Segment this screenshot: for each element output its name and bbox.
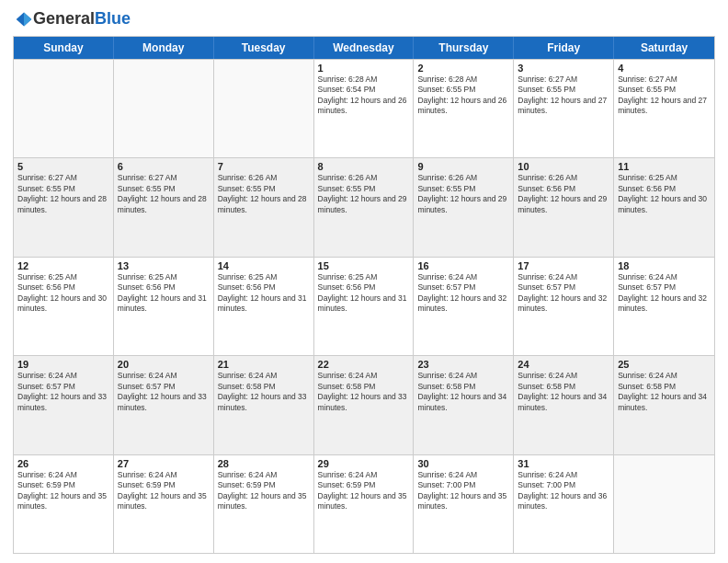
calendar-cell: 14Sunrise: 6:25 AM Sunset: 6:56 PM Dayli… bbox=[214, 258, 314, 355]
calendar-header-row: SundayMondayTuesdayWednesdayThursdayFrid… bbox=[14, 37, 714, 59]
calendar-header-cell: Tuesday bbox=[214, 37, 314, 59]
day-number: 23 bbox=[417, 359, 509, 370]
day-info: Sunrise: 6:24 AM Sunset: 6:59 PM Dayligh… bbox=[118, 470, 210, 512]
day-info: Sunrise: 6:25 AM Sunset: 6:56 PM Dayligh… bbox=[17, 272, 109, 315]
calendar-cell bbox=[114, 60, 214, 157]
day-info: Sunrise: 6:24 AM Sunset: 6:58 PM Dayligh… bbox=[618, 371, 711, 413]
logo-general: General bbox=[33, 9, 95, 29]
day-number: 8 bbox=[318, 161, 410, 172]
calendar-cell: 7Sunrise: 6:26 AM Sunset: 6:55 PM Daylig… bbox=[214, 158, 314, 256]
calendar-row: 1Sunrise: 6:28 AM Sunset: 6:54 PM Daylig… bbox=[14, 59, 714, 157]
calendar-cell: 1Sunrise: 6:28 AM Sunset: 6:54 PM Daylig… bbox=[314, 60, 415, 157]
day-number: 1 bbox=[318, 63, 410, 74]
page: General Blue SundayMondayTuesdayWednesda… bbox=[0, 0, 728, 563]
day-number: 4 bbox=[618, 63, 711, 74]
day-number: 25 bbox=[618, 359, 711, 370]
calendar-cell: 4Sunrise: 6:27 AM Sunset: 6:55 PM Daylig… bbox=[614, 60, 714, 157]
day-info: Sunrise: 6:24 AM Sunset: 7:00 PM Dayligh… bbox=[518, 470, 609, 512]
calendar-cell: 27Sunrise: 6:24 AM Sunset: 6:59 PM Dayli… bbox=[114, 455, 214, 553]
day-info: Sunrise: 6:26 AM Sunset: 6:55 PM Dayligh… bbox=[417, 173, 509, 215]
calendar-cell: 19Sunrise: 6:24 AM Sunset: 6:57 PM Dayli… bbox=[14, 356, 114, 454]
calendar-cell bbox=[14, 60, 114, 157]
calendar-cell: 28Sunrise: 6:24 AM Sunset: 6:59 PM Dayli… bbox=[214, 455, 314, 553]
day-number: 5 bbox=[17, 161, 109, 172]
day-number: 28 bbox=[218, 458, 310, 469]
calendar-cell: 21Sunrise: 6:24 AM Sunset: 6:58 PM Dayli… bbox=[214, 356, 314, 454]
day-number: 12 bbox=[17, 260, 109, 271]
day-info: Sunrise: 6:24 AM Sunset: 6:59 PM Dayligh… bbox=[218, 470, 310, 512]
calendar-cell: 26Sunrise: 6:24 AM Sunset: 6:59 PM Dayli… bbox=[14, 455, 114, 553]
day-info: Sunrise: 6:24 AM Sunset: 6:57 PM Dayligh… bbox=[618, 272, 711, 315]
calendar-cell: 29Sunrise: 6:24 AM Sunset: 6:59 PM Dayli… bbox=[314, 455, 415, 553]
calendar-row: 26Sunrise: 6:24 AM Sunset: 6:59 PM Dayli… bbox=[14, 454, 714, 553]
day-info: Sunrise: 6:24 AM Sunset: 6:58 PM Dayligh… bbox=[518, 371, 609, 413]
calendar-cell: 22Sunrise: 6:24 AM Sunset: 6:58 PM Dayli… bbox=[314, 356, 415, 454]
calendar-cell: 18Sunrise: 6:24 AM Sunset: 6:57 PM Dayli… bbox=[614, 258, 714, 355]
day-number: 27 bbox=[118, 458, 210, 469]
calendar-cell bbox=[614, 455, 714, 553]
day-info: Sunrise: 6:27 AM Sunset: 6:55 PM Dayligh… bbox=[118, 173, 210, 215]
day-number: 30 bbox=[417, 458, 509, 469]
calendar-header-cell: Sunday bbox=[14, 37, 114, 59]
calendar-cell: 24Sunrise: 6:24 AM Sunset: 6:58 PM Dayli… bbox=[514, 356, 614, 454]
calendar-cell: 5Sunrise: 6:27 AM Sunset: 6:55 PM Daylig… bbox=[14, 158, 114, 256]
day-number: 24 bbox=[518, 359, 609, 370]
header: General Blue bbox=[13, 9, 715, 29]
calendar-header-cell: Thursday bbox=[414, 37, 514, 59]
logo-icon bbox=[15, 10, 33, 29]
calendar-header-cell: Saturday bbox=[614, 37, 714, 59]
day-info: Sunrise: 6:25 AM Sunset: 6:56 PM Dayligh… bbox=[218, 272, 310, 315]
day-number: 7 bbox=[218, 161, 310, 172]
day-number: 18 bbox=[618, 260, 711, 271]
calendar-cell: 30Sunrise: 6:24 AM Sunset: 7:00 PM Dayli… bbox=[414, 455, 514, 553]
calendar-cell: 25Sunrise: 6:24 AM Sunset: 6:58 PM Dayli… bbox=[614, 356, 714, 454]
calendar-row: 19Sunrise: 6:24 AM Sunset: 6:57 PM Dayli… bbox=[14, 355, 714, 454]
calendar-cell bbox=[214, 60, 314, 157]
day-number: 19 bbox=[17, 359, 109, 370]
day-info: Sunrise: 6:28 AM Sunset: 6:55 PM Dayligh… bbox=[417, 75, 509, 117]
day-number: 16 bbox=[417, 260, 509, 271]
day-number: 14 bbox=[218, 260, 310, 271]
calendar-header-cell: Wednesday bbox=[314, 37, 415, 59]
calendar-cell: 13Sunrise: 6:25 AM Sunset: 6:56 PM Dayli… bbox=[114, 258, 214, 355]
day-info: Sunrise: 6:24 AM Sunset: 6:59 PM Dayligh… bbox=[318, 470, 410, 512]
calendar-cell: 2Sunrise: 6:28 AM Sunset: 6:55 PM Daylig… bbox=[414, 60, 514, 157]
day-info: Sunrise: 6:24 AM Sunset: 6:58 PM Dayligh… bbox=[218, 371, 310, 413]
day-number: 9 bbox=[417, 161, 509, 172]
calendar: SundayMondayTuesdayWednesdayThursdayFrid… bbox=[13, 36, 715, 554]
calendar-cell: 16Sunrise: 6:24 AM Sunset: 6:57 PM Dayli… bbox=[414, 258, 514, 355]
day-number: 31 bbox=[518, 458, 609, 469]
day-number: 29 bbox=[318, 458, 410, 469]
day-number: 17 bbox=[518, 260, 609, 271]
day-number: 26 bbox=[17, 458, 109, 469]
calendar-cell: 3Sunrise: 6:27 AM Sunset: 6:55 PM Daylig… bbox=[514, 60, 614, 157]
calendar-cell: 8Sunrise: 6:26 AM Sunset: 6:55 PM Daylig… bbox=[314, 158, 415, 256]
calendar-row: 12Sunrise: 6:25 AM Sunset: 6:56 PM Dayli… bbox=[14, 257, 714, 355]
day-number: 15 bbox=[318, 260, 410, 271]
calendar-cell: 9Sunrise: 6:26 AM Sunset: 6:55 PM Daylig… bbox=[414, 158, 514, 256]
day-number: 2 bbox=[417, 63, 509, 74]
calendar-cell: 6Sunrise: 6:27 AM Sunset: 6:55 PM Daylig… bbox=[114, 158, 214, 256]
day-number: 22 bbox=[318, 359, 410, 370]
day-number: 6 bbox=[118, 161, 210, 172]
day-info: Sunrise: 6:25 AM Sunset: 6:56 PM Dayligh… bbox=[618, 173, 711, 215]
day-info: Sunrise: 6:24 AM Sunset: 7:00 PM Dayligh… bbox=[417, 470, 509, 512]
day-number: 3 bbox=[518, 63, 609, 74]
day-info: Sunrise: 6:26 AM Sunset: 6:55 PM Dayligh… bbox=[218, 173, 310, 215]
logo-blue: Blue bbox=[95, 9, 131, 29]
day-number: 20 bbox=[118, 359, 210, 370]
calendar-header-cell: Monday bbox=[114, 37, 214, 59]
day-info: Sunrise: 6:24 AM Sunset: 6:57 PM Dayligh… bbox=[417, 272, 509, 315]
day-info: Sunrise: 6:24 AM Sunset: 6:58 PM Dayligh… bbox=[318, 371, 410, 413]
day-info: Sunrise: 6:27 AM Sunset: 6:55 PM Dayligh… bbox=[618, 75, 711, 117]
day-info: Sunrise: 6:27 AM Sunset: 6:55 PM Dayligh… bbox=[17, 173, 109, 215]
calendar-header-cell: Friday bbox=[514, 37, 614, 59]
logo: General Blue bbox=[13, 9, 131, 29]
calendar-cell: 10Sunrise: 6:26 AM Sunset: 6:56 PM Dayli… bbox=[514, 158, 614, 256]
day-info: Sunrise: 6:25 AM Sunset: 6:56 PM Dayligh… bbox=[318, 272, 410, 315]
day-info: Sunrise: 6:28 AM Sunset: 6:54 PM Dayligh… bbox=[318, 75, 410, 117]
day-info: Sunrise: 6:24 AM Sunset: 6:57 PM Dayligh… bbox=[17, 371, 109, 413]
calendar-cell: 11Sunrise: 6:25 AM Sunset: 6:56 PM Dayli… bbox=[614, 158, 714, 256]
day-number: 13 bbox=[118, 260, 210, 271]
calendar-body: 1Sunrise: 6:28 AM Sunset: 6:54 PM Daylig… bbox=[14, 59, 714, 553]
